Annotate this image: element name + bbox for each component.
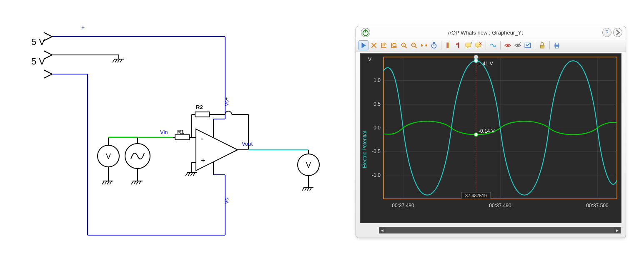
svg-line-48 xyxy=(415,46,417,48)
cursor-handle-top[interactable] xyxy=(474,55,478,59)
cursor-vin-value: -0.14 V xyxy=(479,128,495,134)
power-icon[interactable] xyxy=(361,28,370,37)
marker-start-icon[interactable] xyxy=(444,41,453,50)
legend-toggle-icon[interactable] xyxy=(523,41,532,50)
voltmeter-vin[interactable]: V xyxy=(98,137,119,181)
opamp-plus-label: + xyxy=(201,156,205,165)
svg-text:R2: R2 xyxy=(196,104,203,110)
scroll-track[interactable] xyxy=(386,227,614,233)
ytick: -0.5 xyxy=(372,149,381,154)
ytick: 1.0 xyxy=(373,77,381,83)
vs-minus-label: Vs- xyxy=(224,196,230,204)
svg-rect-65 xyxy=(556,46,559,48)
svg-rect-64 xyxy=(556,43,559,45)
cursor-vout-value: 1.41 V xyxy=(479,61,493,67)
ytick: 0.5 xyxy=(373,101,381,107)
marker-clear-icon[interactable] xyxy=(454,41,463,50)
view-mode-icon[interactable] xyxy=(513,41,522,50)
comment-remove-icon[interactable] xyxy=(474,41,483,50)
zoom-in-icon[interactable]: + xyxy=(399,41,408,50)
ytick: 0.0 xyxy=(373,125,381,131)
print-icon[interactable] xyxy=(552,41,561,50)
xtick: 00:37.500 xyxy=(586,203,609,208)
ground-sine-icon xyxy=(131,181,143,184)
cursor-point-vout xyxy=(474,59,478,63)
svg-rect-62 xyxy=(541,45,544,48)
opamp[interactable]: - + xyxy=(192,117,248,175)
help-icon[interactable]: ? xyxy=(602,28,611,37)
ground-supply-icon xyxy=(113,55,124,62)
svg-point-42 xyxy=(393,43,396,47)
port-vsminus xyxy=(44,70,52,78)
zoom-out-icon[interactable]: − xyxy=(409,41,418,50)
toolbar-separator xyxy=(549,41,550,50)
vs-plus-label: Vs+ xyxy=(224,97,230,106)
toolbar-separator xyxy=(441,41,441,50)
circuit-schematic: 5 V 5 V + Vin V xyxy=(0,0,346,263)
voltmeter-vout[interactable]: V xyxy=(298,150,319,187)
opamp-minus-label: - xyxy=(201,134,204,143)
svg-text:V: V xyxy=(306,161,311,169)
supply-5v-top-label: 5 V xyxy=(31,37,45,47)
y-unit-label: V xyxy=(368,57,371,62)
scroll-left-icon[interactable]: ◄ xyxy=(379,227,386,233)
svg-rect-14 xyxy=(175,135,189,140)
wave-mode-icon[interactable] xyxy=(489,41,498,50)
supply-5v-bottom-label: 5 V xyxy=(31,56,45,67)
resistor-r1[interactable]: R1 xyxy=(173,129,192,140)
svg-line-43 xyxy=(396,46,397,47)
xtick: 00:37.480 xyxy=(392,203,414,208)
plus-label: + xyxy=(81,24,85,30)
svg-text:V: V xyxy=(106,152,111,161)
autoscale-y-icon[interactable] xyxy=(379,41,388,50)
chart-plot-area[interactable]: V Electric Potential 1.0 0.5 0.0 -0.5 -1… xyxy=(360,53,621,223)
stretch-icon[interactable] xyxy=(419,41,428,50)
no-sync-icon[interactable] xyxy=(369,41,378,50)
svg-text:−: − xyxy=(412,42,414,47)
cursor-x-value: 37.487519 xyxy=(465,193,487,198)
grapher-toolbar: + − + xyxy=(356,39,626,52)
cursor-point-vin xyxy=(474,133,478,136)
ground-opamp-plus-icon xyxy=(185,173,197,176)
toolbar-separator xyxy=(500,41,501,50)
grapher-title: AOP Whats new : Grapheur_Yt xyxy=(370,30,601,36)
ground-vmeter-vin-icon xyxy=(102,181,113,184)
vin-label: Vin xyxy=(160,129,168,135)
svg-text:+: + xyxy=(471,42,473,45)
toolbar-separator xyxy=(486,41,486,50)
ytick: -1.0 xyxy=(372,172,381,178)
svg-text:+: + xyxy=(403,43,405,47)
timer-icon[interactable] xyxy=(429,41,439,50)
scroll-right-icon[interactable]: ► xyxy=(614,227,621,233)
autoscale-x-icon[interactable] xyxy=(389,41,398,50)
y-axis-label: Electric Potential xyxy=(362,131,368,168)
svg-rect-18 xyxy=(195,112,209,117)
time-scrollbar[interactable]: ◄ ► xyxy=(379,227,621,233)
vout-label: Vout xyxy=(242,141,253,147)
xtick: 00:37.490 xyxy=(489,203,511,208)
grapher-window: AOP Whats new : Grapheur_Yt ? + − + xyxy=(356,26,626,238)
ground-vmeter-vout-icon xyxy=(302,187,313,191)
play-icon[interactable] xyxy=(358,40,368,50)
svg-text:R1: R1 xyxy=(177,129,184,135)
grapher-titlebar[interactable]: AOP Whats new : Grapheur_Yt ? xyxy=(356,26,626,39)
expand-icon[interactable] xyxy=(613,28,622,37)
svg-line-45 xyxy=(405,46,407,48)
lock-icon[interactable] xyxy=(538,41,547,50)
svg-point-60 xyxy=(517,45,519,47)
toolbar-separator xyxy=(535,41,535,50)
trace-visibility-icon[interactable] xyxy=(503,41,512,50)
svg-point-59 xyxy=(507,45,509,47)
comment-add-icon[interactable]: + xyxy=(464,41,473,50)
